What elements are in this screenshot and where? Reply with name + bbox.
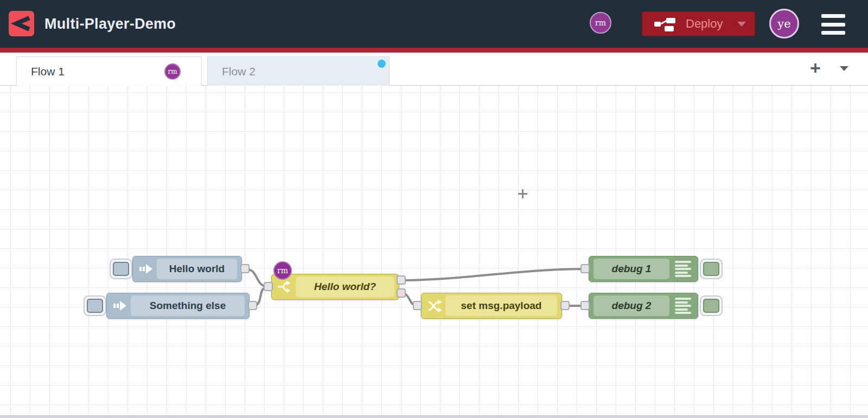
header: Multi-Player-Demo rm Deploy ye (0, 0, 868, 48)
debug-toggle-button[interactable] (700, 259, 723, 279)
output-port-1[interactable] (397, 275, 406, 285)
inject-trigger-button[interactable] (84, 295, 106, 316)
node-switch-hello-world[interactable]: Hello world? (271, 274, 399, 300)
current-user-avatar[interactable]: ye (769, 9, 799, 38)
app-logo-icon[interactable] (9, 11, 34, 36)
node-change-set-payload[interactable]: set msg.payload (421, 293, 562, 319)
tab-flow-2[interactable]: Flow 2 (207, 56, 390, 86)
input-port[interactable] (580, 264, 590, 273)
wires-layer (0, 86, 868, 415)
input-port[interactable] (264, 282, 273, 291)
debug-list-icon (675, 261, 693, 277)
node-inject-something-else[interactable]: Something else (106, 293, 250, 319)
deploy-button[interactable]: Deploy (642, 11, 755, 36)
unsaved-changes-dot (378, 60, 386, 68)
input-port[interactable] (413, 301, 422, 310)
collaborator-avatar[interactable]: rm (590, 12, 611, 34)
workspace-title: Multi-Player-Demo (44, 16, 176, 33)
change-shuffle-icon (425, 293, 444, 318)
tab-user-badge: rm (164, 63, 181, 80)
deploy-options-caret-icon[interactable] (737, 22, 746, 27)
output-port[interactable] (248, 301, 257, 310)
output-port[interactable] (560, 301, 570, 310)
wire[interactable] (401, 269, 585, 280)
node-label: debug 2 (593, 300, 669, 312)
flow-tab-bar: Flow 1 rm Flow 2 + (0, 53, 868, 86)
inject-arrow-icon (110, 293, 130, 318)
add-flow-button[interactable]: + (806, 57, 825, 80)
flow-list-caret-icon[interactable] (840, 66, 848, 71)
canvas-bottom-scroll-track[interactable] (0, 415, 868, 418)
output-port-2[interactable] (397, 288, 406, 298)
debug-list-icon (675, 298, 693, 314)
output-port[interactable] (240, 264, 250, 273)
node-label: Something else (131, 300, 245, 312)
inject-arrow-icon (136, 256, 156, 281)
flow-canvas[interactable]: Hello world Something else Hello world? … (0, 86, 868, 415)
main-menu-hamburger-icon[interactable] (821, 14, 845, 35)
node-label: set msg.payload (445, 300, 557, 312)
tab-label: Flow 2 (222, 65, 256, 78)
node-inject-hello-world[interactable]: Hello world (132, 256, 242, 282)
cursor-crosshair (518, 189, 527, 198)
editing-user-badge: rm (273, 261, 292, 280)
node-label: debug 1 (593, 263, 669, 275)
node-label: Hello world (157, 263, 237, 275)
node-label: Hello world? (296, 281, 394, 293)
header-accent-bar (0, 48, 868, 53)
tab-flow-1[interactable]: Flow 1 rm (16, 56, 202, 86)
debug-toggle-button[interactable] (700, 295, 723, 316)
node-debug-2[interactable]: debug 2 (589, 293, 698, 319)
tab-label: Flow 1 (31, 65, 65, 78)
input-port[interactable] (580, 301, 590, 310)
inject-trigger-button[interactable] (110, 259, 132, 279)
deploy-button-label: Deploy (686, 17, 723, 31)
deploy-nodes-icon (654, 16, 676, 33)
node-debug-1[interactable]: debug 1 (589, 256, 698, 282)
